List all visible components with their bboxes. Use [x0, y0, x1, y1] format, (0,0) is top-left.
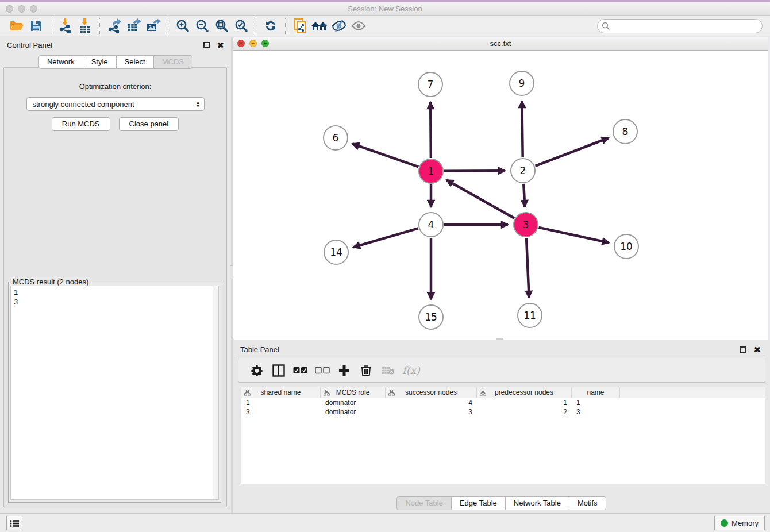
table-panel: Table Panel ✖ f(x) shared nameMCDS	[233, 341, 770, 513]
node-table[interactable]: shared nameMCDS rolesuccessor nodesprede…	[238, 387, 765, 484]
import-table-icon[interactable]	[75, 17, 95, 34]
cell-successor-nodes[interactable]: 3	[386, 407, 477, 417]
edge-2-8[interactable]	[535, 138, 609, 166]
table-row[interactable]: 1dominator411	[241, 398, 765, 407]
graph-node-7[interactable]: 7	[418, 72, 443, 97]
network-canvas[interactable]: 1234678910111415	[233, 51, 768, 340]
zoom-selected-icon[interactable]	[232, 17, 251, 34]
optimization-criterion-select[interactable]: strongly connected component ▲▼	[26, 97, 205, 111]
horizontal-splitter[interactable]	[496, 338, 503, 340]
tab-network-table[interactable]: Network Table	[505, 496, 569, 510]
run-mcds-button[interactable]: Run MCDS	[52, 117, 110, 131]
control-panel: Control Panel ✖ NetworkStyleSelectMCDS O…	[0, 37, 231, 513]
save-session-icon[interactable]	[26, 17, 46, 34]
export-network-icon[interactable]	[105, 17, 124, 34]
console-button[interactable]	[6, 516, 22, 530]
show-all-icon[interactable]	[349, 17, 368, 34]
graph-node-3[interactable]: 3	[513, 212, 538, 237]
select-all-columns-icon[interactable]	[290, 362, 311, 379]
column-header-name[interactable]: name	[572, 387, 620, 398]
column-header-MCDS-role[interactable]: MCDS role	[321, 387, 386, 398]
add-column-icon[interactable]	[333, 362, 355, 379]
edge-2-3[interactable]	[523, 184, 525, 207]
graph-node-2[interactable]: 2	[510, 158, 536, 183]
zoom-out-icon[interactable]	[192, 17, 212, 34]
close-panel-icon[interactable]: ✖	[217, 42, 224, 48]
memory-status-icon	[721, 519, 728, 527]
app-titlebar: Session: New Session	[0, 2, 770, 16]
cell-MCDS-role[interactable]: dominator	[321, 398, 386, 407]
clone-network-icon[interactable]	[290, 17, 310, 34]
edge-3-11[interactable]	[526, 238, 529, 298]
first-neighbors-icon[interactable]	[310, 17, 329, 34]
refresh-icon[interactable]	[261, 17, 280, 34]
memory-button[interactable]: Memory	[714, 516, 765, 530]
column-layout-icon[interactable]	[268, 362, 290, 379]
cell-predecessor-nodes[interactable]: 1	[477, 398, 572, 407]
edge-1-6[interactable]	[352, 144, 418, 167]
edge-3-1[interactable]	[446, 180, 514, 218]
cell-name[interactable]: 3	[572, 407, 620, 417]
graph-node-4[interactable]: 4	[418, 212, 444, 237]
column-header-successor-nodes[interactable]: successor nodes	[386, 387, 477, 398]
cell-successor-nodes[interactable]: 4	[386, 398, 477, 407]
edge-2-9[interactable]	[522, 101, 522, 157]
graph-node-9[interactable]: 9	[509, 71, 534, 96]
tab-motifs[interactable]: Motifs	[569, 496, 606, 510]
graph-node-1[interactable]: 1	[418, 159, 444, 184]
tab-edge-table[interactable]: Edge Table	[451, 496, 506, 510]
edge-1-2[interactable]	[444, 171, 505, 171]
open-session-icon[interactable]	[7, 17, 26, 34]
toolbar-separator	[285, 18, 286, 34]
export-table-icon[interactable]	[124, 17, 144, 34]
cell-shared-name[interactable]: 3	[241, 407, 321, 417]
graph-node-11[interactable]: 11	[517, 303, 542, 328]
tab-select[interactable]: Select	[116, 55, 154, 69]
export-image-icon[interactable]	[144, 17, 163, 34]
graph-node-6[interactable]: 6	[323, 125, 348, 151]
edge-1-7[interactable]	[430, 102, 431, 158]
close-panel-button[interactable]: Close panel	[119, 117, 179, 131]
table-row[interactable]: 3dominator323	[241, 407, 765, 417]
cell-predecessor-nodes[interactable]: 2	[477, 407, 572, 417]
tab-network[interactable]: Network	[38, 55, 83, 69]
deselect-all-columns-icon[interactable]	[311, 362, 333, 379]
gear-icon[interactable]	[246, 362, 268, 379]
float-table-panel-icon[interactable]	[740, 346, 746, 353]
graph-node-14[interactable]: 14	[324, 240, 349, 265]
column-header-predecessor-nodes[interactable]: predecessor nodes	[477, 387, 572, 398]
search-field[interactable]	[597, 19, 763, 33]
search-icon	[602, 22, 610, 30]
tab-style[interactable]: Style	[83, 55, 117, 69]
mcds-result-text[interactable]: 1 3	[10, 286, 219, 500]
tab-node-table[interactable]: Node Table	[396, 496, 452, 510]
graph-node-8[interactable]: 8	[613, 119, 638, 144]
import-network-icon[interactable]	[56, 17, 75, 34]
hide-selected-icon[interactable]	[329, 17, 349, 34]
graph-node-15[interactable]: 15	[418, 304, 444, 330]
zoom-in-icon[interactable]	[173, 17, 192, 34]
column-header-shared-name[interactable]: shared name	[241, 387, 321, 398]
close-table-panel-icon[interactable]: ✖	[753, 346, 761, 353]
tab-mcds[interactable]: MCDS	[153, 55, 192, 69]
edge-3-10[interactable]	[538, 228, 609, 243]
status-bar: Memory	[0, 513, 770, 532]
graph-node-10[interactable]: 10	[614, 234, 639, 259]
edge-4-14[interactable]	[353, 228, 418, 247]
mcds-tab-content: Optimization criterion: strongly connect…	[3, 67, 227, 507]
result-scrollbar[interactable]	[213, 286, 218, 499]
zoom-fit-icon[interactable]	[212, 17, 232, 34]
network-window: ✕ − + scc.txt 1234678910111415	[233, 37, 768, 340]
network-titlebar[interactable]: ✕ − + scc.txt	[233, 37, 768, 51]
toolbar-separator	[256, 18, 256, 34]
float-panel-icon[interactable]	[203, 42, 210, 48]
mcds-result-title: MCDS result (2 nodes)	[11, 277, 90, 286]
delete-column-icon[interactable]	[355, 362, 377, 379]
control-panel-title: Control Panel	[7, 41, 52, 49]
search-input[interactable]	[613, 20, 762, 32]
table-header: shared nameMCDS rolesuccessor nodesprede…	[241, 387, 765, 398]
cell-shared-name[interactable]: 1	[241, 398, 321, 407]
cell-MCDS-role[interactable]: dominator	[321, 407, 386, 417]
cell-name[interactable]: 1	[572, 398, 620, 407]
toolbar-separator	[168, 18, 168, 34]
